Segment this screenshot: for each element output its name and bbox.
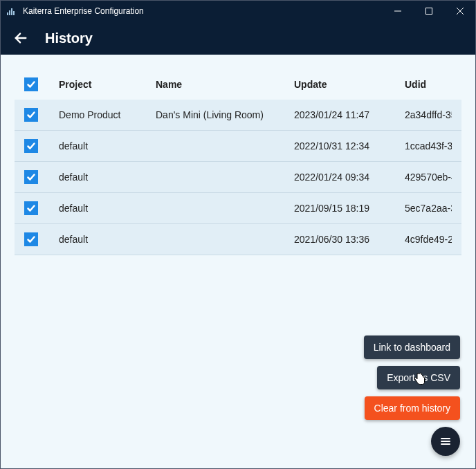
- row-checkbox[interactable]: [24, 232, 38, 246]
- header-udid: Udid: [405, 79, 452, 90]
- fab-menu-button[interactable]: [431, 427, 460, 456]
- table-row[interactable]: default2021/09/15 18:195ec7a2aa-35c4-: [15, 193, 461, 224]
- header-project: Project: [59, 79, 156, 90]
- cell-udid: 4c9fde49-20d5-: [405, 234, 452, 245]
- row-checkbox[interactable]: [24, 108, 38, 122]
- cell-project: default: [59, 234, 156, 245]
- cell-name: Dan's Mini (Living Room): [156, 109, 294, 120]
- window-controls: [382, 1, 475, 21]
- svg-rect-5: [425, 8, 432, 15]
- page-title: History: [45, 30, 93, 46]
- cell-udid: 2a34dffd-355a-4: [405, 109, 452, 120]
- speed-dial: Link to dashboard Export as CSV Clear fr…: [364, 335, 460, 456]
- cell-update: 2022/10/31 12:34: [294, 140, 405, 151]
- cell-project: default: [59, 203, 156, 214]
- cell-update: 2021/09/15 18:19: [294, 203, 405, 214]
- content-area: Project Name Update Udid Demo ProductDan…: [1, 55, 475, 468]
- cell-project: default: [59, 172, 156, 183]
- cell-project: Demo Product: [59, 109, 156, 120]
- header-update: Update: [294, 79, 405, 90]
- maximize-button[interactable]: [413, 1, 444, 21]
- table-header-row: Project Name Update Udid: [15, 68, 461, 100]
- app-icon: [6, 6, 19, 16]
- cell-project: default: [59, 140, 156, 151]
- select-all-checkbox[interactable]: [24, 77, 38, 91]
- row-checkbox[interactable]: [24, 170, 38, 184]
- table-row[interactable]: default2022/10/31 12:341ccad43f-33b6-: [15, 131, 461, 162]
- row-checkbox[interactable]: [24, 201, 38, 215]
- window-title: Kaiterra Enterprise Configuration: [23, 6, 382, 16]
- svg-rect-0: [7, 12, 8, 15]
- cell-udid: 429570eb-4474-: [405, 172, 452, 183]
- link-to-dashboard-button[interactable]: Link to dashboard: [364, 335, 460, 359]
- page-header: History: [1, 21, 475, 55]
- cell-udid: 1ccad43f-33b6-: [405, 140, 452, 151]
- svg-rect-1: [9, 10, 10, 15]
- table-row[interactable]: default2021/06/30 13:364c9fde49-20d5-: [15, 224, 461, 255]
- export-as-csv-button[interactable]: Export as CSV: [377, 366, 460, 389]
- history-table: Project Name Update Udid Demo ProductDan…: [15, 68, 461, 255]
- cell-update: 2023/01/24 11:47: [294, 109, 405, 120]
- back-icon[interactable]: [13, 30, 28, 46]
- clear-from-history-button[interactable]: Clear from history: [365, 396, 460, 420]
- cell-update: 2021/06/30 13:36: [294, 234, 405, 245]
- cell-udid: 5ec7a2aa-35c4-: [405, 203, 452, 214]
- row-checkbox[interactable]: [24, 139, 38, 153]
- cell-update: 2022/01/24 09:34: [294, 172, 405, 183]
- svg-rect-2: [11, 8, 12, 15]
- header-name: Name: [156, 79, 294, 90]
- close-button[interactable]: [444, 1, 475, 21]
- minimize-button[interactable]: [382, 1, 413, 21]
- table-row[interactable]: default2022/01/24 09:34429570eb-4474-: [15, 162, 461, 193]
- titlebar: Kaiterra Enterprise Configuration: [1, 1, 475, 21]
- svg-rect-3: [13, 11, 15, 15]
- table-row[interactable]: Demo ProductDan's Mini (Living Room)2023…: [15, 100, 461, 131]
